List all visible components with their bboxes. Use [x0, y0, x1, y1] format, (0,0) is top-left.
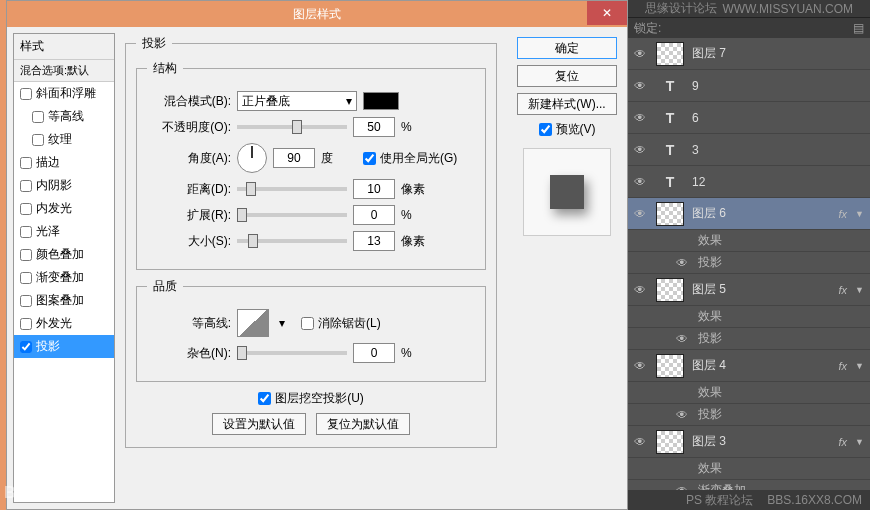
angle-input[interactable]	[273, 148, 315, 168]
style-item[interactable]: 斜面和浮雕	[14, 82, 114, 105]
visibility-icon[interactable]: 👁	[634, 207, 648, 221]
visibility-icon[interactable]: 👁	[676, 256, 690, 270]
style-checkbox[interactable]	[20, 318, 32, 330]
angle-dial[interactable]	[237, 143, 267, 173]
dialog-titlebar[interactable]: 图层样式 ✕	[7, 1, 627, 27]
opacity-unit: %	[401, 120, 437, 134]
chevron-down-icon[interactable]: ▼	[855, 209, 864, 219]
style-item[interactable]: 内发光	[14, 197, 114, 220]
style-checkbox[interactable]	[20, 249, 32, 261]
blend-mode-label: 混合模式(B):	[147, 93, 231, 110]
global-light-checkbox[interactable]: 使用全局光(G)	[363, 150, 457, 167]
antialiased-checkbox[interactable]: 消除锯齿(L)	[301, 315, 381, 332]
visibility-icon[interactable]: 👁	[634, 175, 648, 189]
layer-effect-row[interactable]: 👁投影	[628, 252, 870, 274]
ok-button[interactable]: 确定	[517, 37, 617, 59]
structure-legend: 结构	[147, 60, 183, 77]
cancel-button[interactable]: 复位	[517, 65, 617, 87]
layer-row[interactable]: 👁T6	[628, 102, 870, 134]
layer-effect-row[interactable]: 效果	[628, 230, 870, 252]
visibility-icon[interactable]: 👁	[634, 47, 648, 61]
layer-row[interactable]: 👁图层 5fx▼	[628, 274, 870, 306]
text-layer-icon: T	[656, 138, 684, 162]
visibility-icon[interactable]: 👁	[676, 332, 690, 346]
style-item[interactable]: 渐变叠加	[14, 266, 114, 289]
noise-slider[interactable]	[237, 351, 347, 355]
chevron-down-icon[interactable]: ▼	[855, 285, 864, 295]
style-label: 斜面和浮雕	[36, 85, 96, 102]
style-checkbox[interactable]	[20, 157, 32, 169]
blend-mode-select[interactable]: 正片叠底▾	[237, 91, 357, 111]
close-icon: ✕	[602, 6, 612, 20]
layer-row[interactable]: 👁T12	[628, 166, 870, 198]
style-checkbox[interactable]	[20, 226, 32, 238]
style-checkbox[interactable]	[20, 295, 32, 307]
layer-effect-row[interactable]: 👁投影	[628, 328, 870, 350]
style-item[interactable]: 图案叠加	[14, 289, 114, 312]
contour-picker[interactable]	[237, 309, 269, 337]
layer-row[interactable]: 👁图层 7	[628, 38, 870, 70]
layer-effect-row[interactable]: 效果	[628, 458, 870, 480]
layer-style-dialog: 图层样式 ✕ 样式 混合选项:默认 斜面和浮雕等高线纹理描边内阴影内发光光泽颜色…	[6, 0, 628, 510]
style-checkbox[interactable]	[20, 88, 32, 100]
layer-row[interactable]: 👁图层 4fx▼	[628, 350, 870, 382]
color-swatch[interactable]	[363, 92, 399, 110]
visibility-icon[interactable]: 👁	[634, 283, 648, 297]
style-item[interactable]: 投影	[14, 335, 114, 358]
chevron-down-icon[interactable]: ▼	[855, 437, 864, 447]
spread-input[interactable]	[353, 205, 395, 225]
angle-unit: 度	[321, 150, 357, 167]
style-checkbox[interactable]	[20, 341, 32, 353]
style-label: 投影	[36, 338, 60, 355]
new-style-button[interactable]: 新建样式(W)...	[517, 93, 617, 115]
opacity-slider[interactable]	[237, 125, 347, 129]
spread-slider[interactable]	[237, 213, 347, 217]
chevron-down-icon[interactable]: ▾	[279, 316, 285, 330]
layer-row[interactable]: 👁图层 3fx▼	[628, 426, 870, 458]
layer-effect-row[interactable]: 效果	[628, 382, 870, 404]
layers-panel: 思缘设计论坛 WWW.MISSYUAN.COM 锁定:▤ 👁图层 7👁T9👁T6…	[628, 0, 870, 510]
style-checkbox[interactable]	[32, 111, 44, 123]
chevron-down-icon[interactable]: ▼	[855, 361, 864, 371]
layer-row[interactable]: 👁T3	[628, 134, 870, 166]
style-checkbox[interactable]	[20, 272, 32, 284]
section-fieldset: 投影 结构 混合模式(B): 正片叠底▾ 不透明度(O): %	[125, 35, 497, 448]
reset-default-button[interactable]: 复位为默认值	[316, 413, 410, 435]
size-label: 大小(S):	[147, 233, 231, 250]
visibility-icon[interactable]: 👁	[676, 408, 690, 422]
style-checkbox[interactable]	[20, 203, 32, 215]
distance-input[interactable]	[353, 179, 395, 199]
size-input[interactable]	[353, 231, 395, 251]
style-item[interactable]: 光泽	[14, 220, 114, 243]
style-checkbox[interactable]	[32, 134, 44, 146]
distance-slider[interactable]	[237, 187, 347, 191]
layer-effect-row[interactable]: 效果	[628, 306, 870, 328]
close-button[interactable]: ✕	[587, 1, 627, 25]
style-item[interactable]: 内阴影	[14, 174, 114, 197]
opacity-input[interactable]	[353, 117, 395, 137]
layer-name: 图层 4	[692, 357, 831, 374]
visibility-icon[interactable]: 👁	[634, 143, 648, 157]
style-item[interactable]: 等高线	[14, 105, 114, 128]
layer-thumbnail	[656, 42, 684, 66]
style-item[interactable]: 纹理	[14, 128, 114, 151]
style-list-header[interactable]: 样式	[14, 34, 114, 60]
style-checkbox[interactable]	[20, 180, 32, 192]
set-default-button[interactable]: 设置为默认值	[212, 413, 306, 435]
visibility-icon[interactable]: 👁	[634, 359, 648, 373]
visibility-icon[interactable]: 👁	[634, 435, 648, 449]
layer-row[interactable]: 👁图层 6fx▼	[628, 198, 870, 230]
style-item[interactable]: 外发光	[14, 312, 114, 335]
menu-icon[interactable]: ▤	[853, 21, 864, 35]
layer-effect-row[interactable]: 👁投影	[628, 404, 870, 426]
visibility-icon[interactable]: 👁	[634, 111, 648, 125]
preview-checkbox[interactable]: 预览(V)	[517, 121, 617, 138]
noise-input[interactable]	[353, 343, 395, 363]
style-item[interactable]: 描边	[14, 151, 114, 174]
knockout-checkbox[interactable]: 图层挖空投影(U)	[258, 390, 364, 407]
layer-row[interactable]: 👁T9	[628, 70, 870, 102]
style-item[interactable]: 颜色叠加	[14, 243, 114, 266]
size-slider[interactable]	[237, 239, 347, 243]
style-list-sub[interactable]: 混合选项:默认	[14, 60, 114, 82]
visibility-icon[interactable]: 👁	[634, 79, 648, 93]
